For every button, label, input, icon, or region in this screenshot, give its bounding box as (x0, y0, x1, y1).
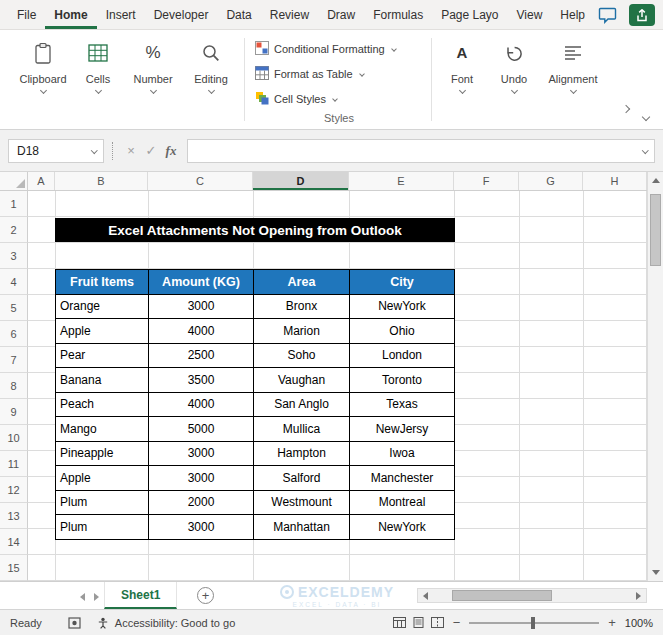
editing-group-button[interactable]: Editing (182, 30, 240, 129)
table-cell[interactable]: Ohio (350, 319, 455, 344)
table-cell[interactable]: Pear (56, 343, 149, 368)
tab-help[interactable]: Help (551, 0, 594, 29)
format-as-table-button[interactable]: Format as Table (255, 61, 423, 86)
column-header-h[interactable]: H (583, 172, 647, 190)
horizontal-scrollbar[interactable] (417, 588, 647, 603)
table-cell[interactable]: 3000 (149, 441, 254, 466)
zoom-slider-thumb[interactable] (531, 617, 535, 629)
zoom-in-button[interactable]: + (608, 615, 616, 630)
column-header-a[interactable]: A (28, 172, 55, 190)
vertical-scroll-thumb[interactable] (650, 194, 661, 266)
table-cell[interactable]: 3500 (149, 368, 254, 393)
column-header-b[interactable]: B (55, 172, 148, 190)
table-cell[interactable]: Peach (56, 392, 149, 417)
page-break-view-icon[interactable] (431, 617, 444, 628)
scroll-down-icon[interactable] (652, 570, 660, 575)
title-banner-cell[interactable]: Excel Attachments Not Opening from Outlo… (55, 218, 455, 242)
table-cell[interactable]: Apple (56, 466, 149, 491)
column-header-e[interactable]: E (349, 172, 454, 190)
enter-button[interactable]: ✓ (141, 143, 161, 158)
table-cell[interactable]: Iwoa (350, 441, 455, 466)
row-header-1[interactable]: 1 (0, 191, 28, 217)
table-header-cell[interactable]: City (350, 270, 455, 295)
column-header-d[interactable]: D (253, 172, 349, 190)
row-header-2[interactable]: 2 (0, 217, 28, 243)
row-header-7[interactable]: 7 (0, 347, 28, 373)
table-cell[interactable]: 3000 (149, 294, 254, 319)
table-cell[interactable]: Plum (56, 490, 149, 515)
table-cell[interactable]: Westmount (254, 490, 350, 515)
table-cell[interactable]: Banana (56, 368, 149, 393)
table-cell[interactable]: 5000 (149, 417, 254, 442)
tab-draw[interactable]: Draw (318, 0, 364, 29)
macro-record-icon[interactable] (68, 617, 81, 629)
table-cell[interactable]: Salford (254, 466, 350, 491)
column-header-c[interactable]: C (148, 172, 253, 190)
column-header-f[interactable]: F (454, 172, 519, 190)
zoom-level[interactable]: 100% (625, 617, 653, 629)
row-header-15[interactable]: 15 (0, 555, 28, 581)
normal-view-icon[interactable] (393, 617, 406, 628)
share-button[interactable] (629, 4, 655, 26)
clipboard-group-button[interactable]: Clipboard (14, 30, 72, 129)
tab-view[interactable]: View (508, 0, 552, 29)
number-group-button[interactable]: % Number (124, 30, 182, 129)
tab-file[interactable]: File (8, 0, 45, 29)
table-cell[interactable]: Soho (254, 343, 350, 368)
table-cell[interactable]: NewYork (350, 294, 455, 319)
name-box[interactable]: D18 (8, 139, 104, 163)
table-header-cell[interactable]: Area (254, 270, 350, 295)
undo-group-button[interactable]: Undo (488, 30, 540, 129)
table-cell[interactable]: Marion (254, 319, 350, 344)
vertical-scrollbar[interactable] (647, 172, 663, 581)
table-cell[interactable]: 4000 (149, 319, 254, 344)
table-cell[interactable]: NewYork (350, 515, 455, 540)
cells-group-button[interactable]: Cells (72, 30, 124, 129)
alignment-group-button[interactable]: Alignment (540, 30, 606, 129)
table-cell[interactable]: 4000 (149, 392, 254, 417)
sheet-tab-sheet1[interactable]: Sheet1 (104, 582, 177, 609)
ribbon-expand-icon[interactable] (623, 98, 629, 116)
tab-review[interactable]: Review (261, 0, 318, 29)
scroll-left-icon[interactable] (423, 592, 428, 600)
table-cell[interactable]: NewJersy (350, 417, 455, 442)
comment-icon[interactable] (598, 7, 617, 24)
ribbon-collapse-icon[interactable] (643, 106, 649, 124)
tab-home[interactable]: Home (45, 0, 96, 29)
table-cell[interactable]: 3000 (149, 515, 254, 540)
cell-styles-button[interactable]: Cell Styles (255, 86, 423, 111)
sheet-nav-right-icon[interactable] (94, 593, 99, 601)
table-cell[interactable]: Texas (350, 392, 455, 417)
table-cell[interactable]: Vaughan (254, 368, 350, 393)
table-cell[interactable]: Manchester (350, 466, 455, 491)
tab-insert[interactable]: Insert (97, 0, 145, 29)
table-cell[interactable]: Plum (56, 515, 149, 540)
row-header-4[interactable]: 4 (0, 269, 28, 295)
table-cell[interactable]: 3000 (149, 466, 254, 491)
zoom-slider[interactable] (469, 622, 599, 624)
row-header-8[interactable]: 8 (0, 373, 28, 399)
table-cell[interactable]: Mango (56, 417, 149, 442)
table-cell[interactable]: Hampton (254, 441, 350, 466)
zoom-out-button[interactable]: − (453, 615, 461, 630)
sheet-nav-left-icon[interactable] (80, 593, 85, 601)
table-cell[interactable]: 2500 (149, 343, 254, 368)
scroll-right-icon[interactable] (636, 592, 641, 600)
row-header-6[interactable]: 6 (0, 321, 28, 347)
table-header-cell[interactable]: Amount (KG) (149, 270, 254, 295)
tab-formulas[interactable]: Formulas (364, 0, 432, 29)
row-header-10[interactable]: 10 (0, 425, 28, 451)
scroll-up-icon[interactable] (652, 178, 660, 183)
table-header-cell[interactable]: Fruit Items (56, 270, 149, 295)
table-cell[interactable]: Apple (56, 319, 149, 344)
table-cell[interactable]: San Anglo (254, 392, 350, 417)
row-header-11[interactable]: 11 (0, 451, 28, 477)
row-header-14[interactable]: 14 (0, 529, 28, 555)
row-header-9[interactable]: 9 (0, 399, 28, 425)
table-cell[interactable]: London (350, 343, 455, 368)
table-cell[interactable]: 2000 (149, 490, 254, 515)
row-header-12[interactable]: 12 (0, 477, 28, 503)
cancel-button[interactable]: × (121, 143, 141, 158)
tab-page-layout[interactable]: Page Layo (432, 0, 507, 29)
row-header-13[interactable]: 13 (0, 503, 28, 529)
